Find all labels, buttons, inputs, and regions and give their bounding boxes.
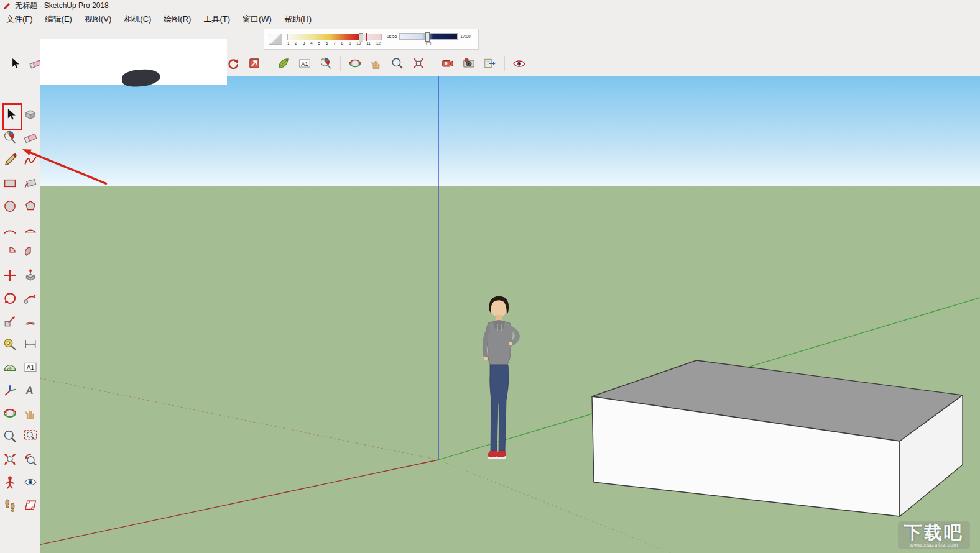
annotation-arrow	[12, 142, 118, 194]
circle-icon	[2, 199, 17, 214]
menu-item-window[interactable]: 窗口(W)	[243, 14, 272, 25]
tool-component-button[interactable]	[22, 106, 39, 123]
toolbar-separator	[433, 56, 433, 71]
tool-orbit-button[interactable]	[1, 404, 19, 422]
look-around-icon	[23, 475, 38, 490]
camera-red-icon	[441, 57, 455, 70]
toolbar-camera-face-button[interactable]	[460, 54, 478, 73]
tool-row	[1, 244, 39, 261]
zoom-window-icon	[23, 429, 38, 444]
toolbar-leaf-button[interactable]	[274, 54, 293, 73]
toolbar-separator	[340, 56, 341, 71]
month-tick: 8	[341, 41, 344, 45]
title-bar: 无标题 - SketchUp Pro 2018	[0, 0, 980, 11]
toolbar-text-a1-button[interactable]: A1	[295, 54, 314, 73]
time-slider-handle[interactable]	[425, 32, 430, 42]
month-slider-handle[interactable]	[359, 33, 363, 42]
shadow-toolbar: 123456789101112 06:55 17:00 中午	[264, 29, 479, 50]
time-gradient-bar[interactable]	[399, 33, 458, 40]
arc2-icon	[23, 222, 38, 237]
tool-row	[1, 473, 39, 491]
arc-icon	[2, 222, 17, 237]
tool-position-camera-button[interactable]	[1, 473, 19, 491]
toolbar-zoom-button[interactable]	[388, 54, 407, 73]
month-gradient-bar[interactable]	[287, 34, 382, 40]
tool-zoom-window-button[interactable]	[22, 427, 39, 445]
tool-previous-view-button[interactable]	[22, 450, 39, 468]
tool-offset-button[interactable]	[22, 313, 39, 330]
tool-pie2-button[interactable]	[22, 244, 39, 261]
svg-text:A: A	[25, 385, 34, 396]
toolbar-pan-button[interactable]	[367, 54, 386, 73]
tool-protractor-button[interactable]	[1, 359, 19, 376]
toolbar-orbit-button[interactable]	[346, 54, 364, 73]
tool-follow-me-button[interactable]	[22, 290, 39, 307]
svg-text:A1: A1	[301, 61, 308, 67]
shadow-toggle-button[interactable]	[269, 34, 282, 45]
shadow-date-slider[interactable]: 123456789101112	[287, 34, 382, 45]
tool-axes-button[interactable]	[1, 382, 19, 399]
tool-push-pull-button[interactable]	[22, 267, 39, 284]
toolbar-zoom-extents-button[interactable]	[409, 54, 428, 73]
offset-icon	[23, 314, 38, 329]
tool-tape-button[interactable]	[1, 336, 19, 353]
scale-icon	[2, 314, 17, 329]
eye-icon	[512, 57, 526, 70]
tool-arc-button[interactable]	[1, 221, 19, 238]
toolbar-select-button[interactable]	[5, 54, 24, 73]
tool-row	[1, 313, 39, 330]
tool-row	[1, 496, 39, 514]
toolbar-bucket-button[interactable]	[317, 54, 335, 73]
tool-move-button[interactable]	[1, 267, 19, 284]
tool-circle-button[interactable]	[1, 198, 19, 215]
tool-pie-button[interactable]	[1, 244, 19, 261]
month-tick: 12	[376, 41, 381, 45]
month-tick: 4	[310, 41, 313, 45]
menu-item-edit[interactable]: 编辑(E)	[45, 14, 72, 25]
tool-row	[1, 221, 39, 238]
redo-icon	[226, 57, 240, 70]
toolbar-camera-red-button[interactable]	[438, 54, 457, 73]
tool-walk-button[interactable]	[1, 496, 19, 514]
tool-row	[1, 427, 39, 445]
tool-section-plane-button[interactable]	[22, 496, 39, 514]
window-title: 无标题 - SketchUp Pro 2018	[15, 1, 109, 11]
pie2-icon	[23, 245, 38, 260]
toolbar-eye-button[interactable]	[510, 54, 529, 73]
tool-text-a1-button[interactable]: A1	[22, 359, 39, 376]
tool-row	[1, 404, 39, 422]
tool-polygon-button[interactable]	[22, 198, 39, 215]
menu-item-file[interactable]: 文件(F)	[6, 14, 33, 25]
viewport-3d[interactable]: 下载吧 www.xiazaiba.com	[40, 76, 980, 553]
person-figure[interactable]	[483, 296, 520, 460]
orbit-icon	[348, 57, 362, 70]
time-end-label: 17:00	[460, 34, 470, 39]
watermark: 下载吧 www.xiazaiba.com	[898, 521, 970, 549]
toolbar-export-arrow-button[interactable]	[481, 54, 499, 73]
menu-item-help[interactable]: 帮助(H)	[284, 14, 312, 25]
tool-look-around-button[interactable]	[22, 473, 39, 491]
tool-dimension-button[interactable]	[22, 336, 39, 353]
toolbar-export-box-button[interactable]	[245, 54, 264, 73]
watermark-title: 下载吧	[904, 523, 964, 542]
tool-text-3d-button[interactable]: A	[22, 382, 39, 399]
text-a1-icon: A1	[23, 360, 38, 375]
menu-item-draw[interactable]: 绘图(R)	[164, 14, 191, 25]
tool-rotate-button[interactable]	[1, 290, 19, 307]
text-3d-icon: A	[23, 383, 38, 398]
box-geometry[interactable]	[592, 360, 963, 516]
shadow-time-slider[interactable]: 06:55 17:00 中午	[387, 33, 471, 46]
tool-scale-button[interactable]	[1, 313, 19, 330]
month-tick: 2	[295, 41, 297, 45]
menu-item-view[interactable]: 视图(V)	[85, 14, 111, 25]
menu-item-camera[interactable]: 相机(C)	[124, 14, 151, 25]
tool-zoom-extents-button[interactable]	[1, 450, 19, 468]
protractor-icon	[2, 360, 17, 375]
zoom-extents-icon	[412, 57, 425, 70]
tool-pan-button[interactable]	[22, 404, 39, 422]
menu-item-tools[interactable]: 工具(T)	[203, 14, 230, 25]
tool-arc2-button[interactable]	[22, 221, 39, 238]
move-icon	[2, 268, 17, 283]
month-tick: 11	[366, 41, 371, 45]
tool-zoom-button[interactable]	[1, 427, 19, 445]
